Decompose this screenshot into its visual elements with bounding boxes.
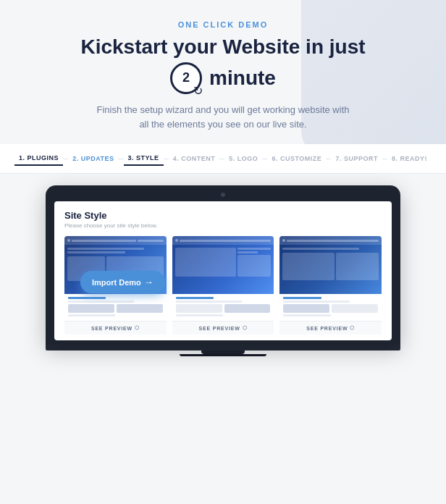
card-2-footer[interactable]: SEE PREVIEW ⬡ [172,321,274,335]
step-plugins[interactable]: 1. PLUGINS [14,151,63,166]
card-3-footer[interactable]: SEE PREVIEW ⬡ [279,321,382,335]
external-link-icon-2: ⬡ [243,325,248,331]
card-3-visual [279,236,382,294]
laptop-camera [221,193,225,197]
step-1-label: 1. PLUGINS [19,154,59,161]
card-3-lower [279,294,382,321]
card-1-footer[interactable]: SEE PREVIEW ⬡ [64,321,167,335]
clock-number: 2 [182,70,190,85]
screen-title: Site Style [64,210,382,221]
headline-row2: 2 ↻ minute [0,62,446,94]
import-demo-button[interactable]: Import Demo [80,271,165,293]
one-click-label: ONE CLICK DEMO [0,20,446,29]
hero-section: ONE CLICK DEMO Kickstart your Website in… [0,0,446,133]
screen-subtitle: Please choose your site style below. [64,222,382,229]
external-link-icon-1: ⬡ [135,325,140,331]
laptop-frame: Site Style Please choose your site style… [46,185,400,345]
step-updates[interactable]: 2. UPDATES [68,152,118,165]
clock-arrow-icon: ↻ [193,84,203,98]
step-divider-4 [219,159,224,159]
step-6-label: 6. CUSTOMIZE [272,155,321,162]
step-3-label: 3. STYLE [128,154,159,161]
step-8-label: 8. READY! [392,155,427,162]
step-5-label: 5. LOGO [229,155,258,162]
card-2-lower [172,294,274,321]
step-logo[interactable]: 5. LOGO [224,152,262,165]
step-7-label: 7. SUPPORT [335,155,378,162]
laptop-base [46,345,400,350]
step-4-label: 4. CONTENT [173,155,216,162]
clock-icon: 2 ↻ [170,62,202,94]
card-2-visual [172,236,274,294]
laptop-foot [180,354,266,356]
step-ready[interactable]: 8. READY! [387,152,432,165]
step-divider-3 [164,159,169,159]
step-divider-7 [382,159,387,159]
step-support[interactable]: 7. SUPPORT [331,152,382,165]
step-divider-2 [118,159,123,159]
minute-text: minute [209,67,276,90]
laptop-section: Site Style Please choose your site style… [0,174,446,356]
step-content[interactable]: 4. CONTENT [169,152,220,165]
step-style[interactable]: 3. STYLE [124,151,164,166]
laptop-outer: Site Style Please choose your site style… [46,185,400,356]
main-container: ONE CLICK DEMO Kickstart your Website in… [0,0,446,504]
step-2-label: 2. UPDATES [72,155,114,162]
step-customize[interactable]: 6. CUSTOMIZE [267,152,326,165]
steps-bar: 1. PLUGINS 2. UPDATES 3. STYLE 4. CONTEN… [0,144,446,174]
demo-card-3[interactable]: SEE PREVIEW ⬡ [279,236,382,335]
screen-content: Site Style Please choose your site style… [54,201,392,340]
headline-line1: Kickstart your Website in just [0,35,446,59]
demo-card-2[interactable]: SEE PREVIEW ⬡ [172,236,274,335]
step-divider-6 [326,159,331,159]
laptop-screen: Site Style Please choose your site style… [54,201,392,340]
card-1-lower [64,294,167,321]
step-divider-1 [63,159,68,159]
subtitle-text: Finish the setup wizard and you will get… [93,103,353,133]
step-divider-5 [262,159,267,159]
external-link-icon-3: ⬡ [350,325,355,331]
